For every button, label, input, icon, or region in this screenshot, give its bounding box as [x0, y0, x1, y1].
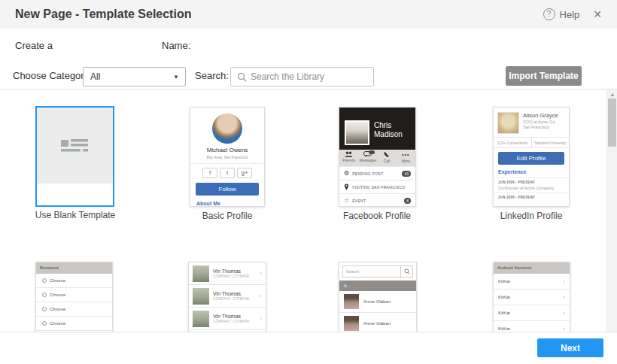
list-item: Chrome	[36, 317, 112, 331]
help-button[interactable]: ? Help	[543, 8, 580, 20]
library-search-field	[230, 67, 374, 86]
facebook-nav-bar: Friends Messages Call	[339, 150, 415, 166]
avatar	[193, 311, 209, 327]
template-card-search-list[interactable]: Search A Annie Olakan Annie Olakan	[339, 262, 417, 332]
gear-icon: ⚙	[344, 171, 349, 177]
template-selection-dialog: New Page - Template Selection ? Help ✕ C…	[0, 0, 617, 364]
search-icon	[400, 266, 412, 277]
experience-role: Co-founder of Acme Company	[498, 186, 564, 190]
profile-name: Chris Madison	[374, 121, 413, 139]
experience-date: JUN 2006 - PRESENT	[498, 196, 564, 199]
radio-icon	[42, 278, 47, 283]
fb-row-label: EVENT	[352, 199, 401, 203]
nav-label: Friends	[339, 158, 358, 162]
list-item: Annie Olakan	[339, 291, 416, 313]
profile-name: Michael Owens	[190, 147, 264, 153]
radio-icon	[42, 293, 47, 297]
location-pin-icon	[344, 184, 349, 190]
edit-profile-button: Edit Profile	[498, 152, 564, 165]
list-item: KitKat›	[494, 290, 570, 305]
nav-label: Messages	[358, 158, 377, 162]
profile-location: San Francisco	[523, 125, 558, 129]
blank-thumbnail	[37, 108, 113, 184]
chevron-right-icon: ›	[260, 293, 262, 299]
connections-stat: 123+ Connections	[494, 138, 531, 147]
star-icon: ☆	[344, 198, 349, 204]
list-header: Browsers	[36, 262, 112, 274]
create-a-label: Create a	[15, 40, 53, 51]
scroll-up-icon[interactable]: ▲	[607, 89, 617, 99]
template-card-contacts-list[interactable]: Vin Thomas COMPANY: CITIBANK › Vin Thoma…	[188, 262, 266, 332]
dialog-header: New Page - Template Selection ? Help ✕	[0, 0, 617, 29]
template-card-android-versions[interactable]: Android Versions KitKat› KitKat› KitKat›…	[493, 262, 570, 332]
library-search-input[interactable]	[231, 68, 373, 86]
template-card-blank[interactable]	[35, 106, 114, 207]
facebook-icon: f	[202, 168, 217, 178]
vertical-scrollbar[interactable]: ▲	[606, 89, 617, 332]
divider	[190, 163, 264, 164]
next-button[interactable]: Next	[537, 338, 603, 357]
template-caption-blank: Use Blank Template	[15, 210, 135, 220]
dropdown-arrow-icon: ▼	[173, 74, 185, 80]
avatar	[212, 114, 242, 144]
experience-date: JUN 2006 - PRESENT	[498, 180, 564, 184]
help-label: Help	[560, 9, 580, 20]
template-caption-basic-profile: Basic Profile	[167, 211, 287, 221]
list-item: Vin Thomas COMPANY: CITIBANK ›	[189, 285, 266, 308]
avatar	[344, 316, 359, 331]
scrollbar-thumb[interactable]	[608, 99, 616, 147]
chevron-right-icon: ›	[260, 270, 262, 277]
help-icon: ?	[543, 8, 555, 20]
import-template-button[interactable]: Import Template	[506, 66, 582, 86]
list-item: Annie Olakan	[339, 313, 416, 332]
template-caption-facebook-profile: Facebook Profile	[317, 211, 437, 221]
radio-icon	[42, 307, 47, 311]
create-toolbar: Create a page ▼ Name:	[0, 29, 617, 60]
close-icon[interactable]: ✕	[590, 7, 605, 22]
chevron-right-icon: ›	[563, 310, 565, 317]
googleplus-icon: g+	[237, 168, 252, 178]
avatar	[497, 112, 519, 134]
list-item: Vin Thomas COMPANY: CITIBANK ›	[189, 262, 266, 285]
choose-category-label: Choose Category:	[13, 70, 92, 81]
template-card-browsers-list[interactable]: Browsers Chrome Chrome Chrome Chrome Chr…	[35, 262, 113, 332]
list-header: Android Versions	[494, 262, 570, 274]
search-label: Search:	[195, 70, 229, 81]
more-icon: •••	[397, 151, 415, 158]
blank-template-icon	[61, 138, 90, 153]
school-stat: Stanford University	[531, 138, 570, 147]
chevron-right-icon: ›	[563, 294, 565, 301]
profile-location: Bay Area, San Francisco	[190, 155, 264, 159]
name-label: Name:	[162, 40, 190, 51]
list-item: Chrome	[36, 288, 112, 302]
template-caption-linkedin-profile: LinkedIn Profile	[471, 211, 591, 221]
about-me-link: About Me	[196, 201, 264, 206]
template-card-linkedin-profile[interactable]: Alison Grayce COO at Acme Co. San Franci…	[493, 107, 570, 207]
list-item: KitKat›	[494, 274, 570, 290]
avatar	[345, 120, 369, 145]
search-icon	[237, 72, 247, 82]
chevron-right-icon: ›	[563, 278, 565, 285]
facebook-header: Chris Madison	[339, 108, 415, 150]
nav-label: Call	[378, 159, 397, 163]
template-grid: Use Blank Template Michael Owens Bay Are…	[0, 89, 617, 332]
filter-toolbar: Choose Category: All ▼ Search: Import Te…	[0, 60, 617, 89]
category-select[interactable]: All ▼	[83, 67, 186, 86]
nav-label: More	[397, 159, 415, 163]
fb-row-label: VISITING SAN FRANCISCO	[352, 185, 411, 190]
count-badge: 43	[402, 171, 411, 177]
avatar	[193, 265, 209, 282]
dialog-footer: Next	[0, 332, 617, 364]
avatar	[344, 294, 359, 309]
chevron-right-icon: ›	[260, 315, 262, 322]
template-card-basic-profile[interactable]: Michael Owens Bay Area, San Francisco f …	[190, 107, 265, 207]
profile-name: Alison Grayce	[523, 112, 558, 119]
list-item: Chrome	[36, 274, 112, 288]
follow-button: Follow	[196, 183, 259, 196]
template-card-facebook-profile[interactable]: Chris Madison Friends Messages	[339, 107, 416, 207]
list-item: KitKat›	[494, 305, 570, 321]
list-item: Vin Thomas COMPANY: CITIBANK ›	[189, 308, 266, 330]
messages-badge	[369, 150, 375, 154]
radio-icon	[42, 321, 47, 326]
section-header: A	[339, 281, 416, 291]
